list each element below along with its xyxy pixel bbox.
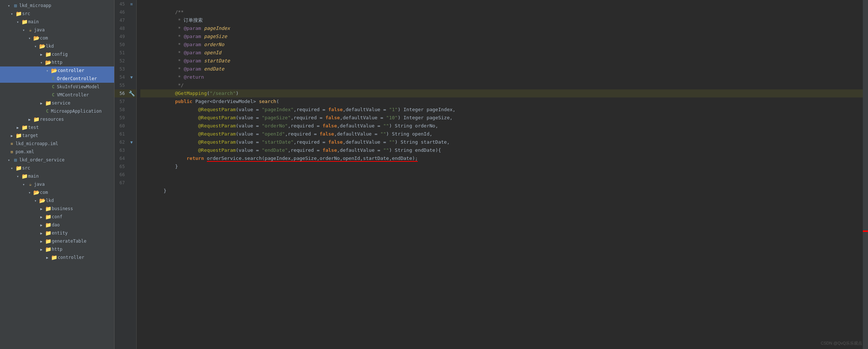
tree-item-main[interactable]: ▾ 📁 main (0, 18, 114, 26)
tree-item-src[interactable]: ▾ 📁 src (0, 10, 114, 18)
param-name: pageIndex (204, 25, 230, 31)
line-number: 61 (115, 130, 128, 138)
tree-item-target[interactable]: ▶ 📁 target (0, 131, 114, 140)
param-name: endDate (204, 66, 224, 72)
tree-item-src2[interactable]: ▾ 📁 src (0, 164, 114, 172)
tree-item-resources[interactable]: ▶ 📁 resources (0, 115, 114, 123)
tree-label: controller (58, 255, 84, 260)
chevron-down-icon: ▾ (33, 44, 38, 48)
tree-item-lkd[interactable]: ▾ 📂 lkd (0, 42, 114, 50)
tree-item-microapp-app[interactable]: C MicroappApplication (0, 107, 114, 115)
chevron-right-icon: ▶ (38, 101, 44, 105)
tree-item-lkd2[interactable]: ▾ 📂 lkd (0, 196, 114, 205)
tree-label: src (22, 11, 30, 16)
code-line-56: public Pager<OrderViewModel> search( (140, 89, 863, 97)
gutter-row-56: 56 🔧 (115, 89, 136, 97)
tree-item-service[interactable]: ▶ 📁 service (0, 99, 114, 107)
line-number: 47 (115, 16, 128, 24)
tree-item-pom[interactable]: ⊞ pom.xml (0, 148, 114, 156)
gutter-row-51: 51 (115, 49, 136, 57)
tree-item-generate-table[interactable]: ▶ 📁 generateTable (0, 237, 114, 245)
tree-item-http[interactable]: ▾ 📂 http (0, 58, 114, 66)
code-editor: 45 ≡ 46 47 48 49 50 (115, 0, 868, 349)
folder-icon: 📁 (45, 214, 51, 220)
tree-item-lkd-order-service[interactable]: ▾ ▤ lkd_order_service (0, 156, 114, 164)
string-literal: "pageSize" (262, 115, 291, 120)
folder-icon: 📁 (45, 100, 51, 106)
tree-item-test[interactable]: ▶ 📁 test (0, 123, 114, 131)
gutter-row-66: 66 (115, 171, 136, 179)
gutter-row-62: 62 ▼ (115, 138, 136, 146)
comment-text: * (164, 25, 184, 31)
tree-item-sku-info[interactable]: C SkuInfoViewModel (0, 83, 114, 91)
tree-item-com2[interactable]: ▾ 📂 com (0, 188, 114, 196)
tree-item-dao[interactable]: ▶ 📁 dao (0, 221, 114, 229)
folder-icon: 📂 (51, 68, 57, 73)
string-literal: "1" (389, 107, 397, 112)
tree-label: controller (58, 68, 84, 73)
tree-item-config[interactable]: ▶ 📁 config (0, 50, 114, 58)
line-number: 65 (115, 162, 128, 171)
line-number: 49 (115, 32, 128, 41)
tree-label: service (52, 100, 71, 106)
folder-icon: 📂 (33, 189, 39, 195)
tree-label: lkd (46, 198, 54, 203)
plain-text: (value = (236, 115, 262, 120)
plain-text: } (164, 164, 178, 169)
keyword-false: false (322, 147, 337, 153)
tree-label: business (52, 206, 73, 211)
tree-item-lkd-microapp[interactable]: ▾ ▤ lkd_microapp (0, 1, 114, 10)
tree-item-com[interactable]: ▾ 📂 com (0, 34, 114, 42)
tree-item-java2[interactable]: ▾ ☕ java (0, 180, 114, 188)
string-literal: "openId" (262, 131, 285, 137)
tree-label: java (34, 27, 45, 32)
code-line-48: * @param pageSize (140, 24, 863, 32)
keyword-return: return (187, 155, 204, 161)
plain-text (164, 131, 198, 137)
chevron-right-icon: ▶ (38, 231, 44, 235)
plain-text (204, 155, 207, 161)
tree-item-entity[interactable]: ▶ 📁 entity (0, 229, 114, 237)
tree-item-java[interactable]: ▾ ☕ java (0, 26, 114, 34)
tree-item-vm-controller[interactable]: C VMController (0, 91, 114, 99)
gutter-row-61: 61 (115, 130, 136, 138)
file-tree[interactable]: ▾ ▤ lkd_microapp ▾ 📁 src ▾ 📁 main ▾ ☕ ja… (0, 0, 115, 349)
code-line-54: */ (140, 73, 863, 81)
param-name: pageSize (204, 34, 227, 39)
tree-item-controller2[interactable]: ▶ 📁 controller (0, 253, 114, 261)
annotation: @RequestParam (198, 115, 236, 120)
folder-icon: 📁 (51, 254, 57, 260)
plain-text: (value = (236, 107, 262, 112)
chevron-down-icon: ▾ (6, 158, 12, 162)
tree-item-http2[interactable]: ▶ 📁 http (0, 245, 114, 253)
gutter-row-58: 58 (115, 106, 136, 114)
plain-text: (value = (236, 123, 262, 129)
folder-icon: 📁 (21, 19, 27, 25)
tree-item-business[interactable]: ▶ 📁 business (0, 205, 114, 213)
chevron-down-icon: ▾ (27, 191, 33, 195)
module-icon: ▤ (13, 3, 18, 8)
code-content[interactable]: /** * 订单搜索 * @param pageIndex * @param p… (137, 0, 863, 349)
line-number: 57 (115, 97, 128, 106)
tree-item-iml[interactable]: ≡ lkd_microapp.iml (0, 140, 114, 148)
line-number: 51 (115, 49, 128, 57)
tree-item-main2[interactable]: ▾ 📁 main (0, 172, 114, 180)
plain-text: ,defaultValue = (334, 131, 380, 137)
plain-text: ) String orderNo, (389, 123, 438, 129)
plain-text: ,defaultValue = (340, 115, 386, 120)
gutter-icon: ≡ (128, 2, 135, 7)
chinese-text: 订单搜索 (184, 17, 203, 23)
chevron-right-icon: ▶ (38, 52, 44, 57)
line-number: 48 (115, 24, 128, 32)
tree-label: main (28, 174, 39, 179)
line-number: 63 (115, 146, 128, 154)
comment-text: */ (164, 82, 184, 88)
tree-item-order-controller[interactable]: C OrderController (0, 75, 114, 83)
java-folder-icon: ☕ (27, 182, 33, 187)
line-number: 62 (115, 138, 128, 146)
class-icon: C (44, 109, 50, 114)
tree-item-controller[interactable]: ▾ 📂 controller (0, 66, 114, 75)
module-icon: ▤ (13, 157, 18, 162)
tree-item-conf[interactable]: ▶ 📁 conf (0, 213, 114, 221)
code-line-50: * @param openId (140, 41, 863, 49)
